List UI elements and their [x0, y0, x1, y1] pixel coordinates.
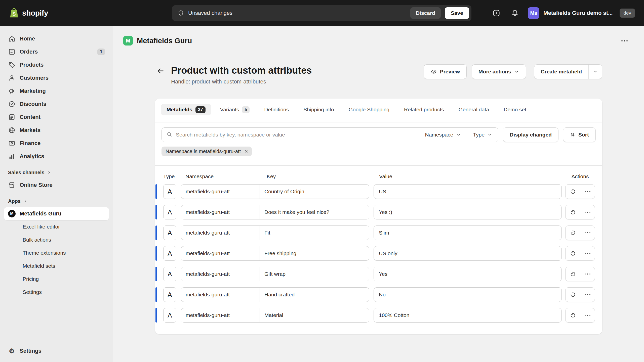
tab-shipping-info[interactable]: Shipping info [298, 104, 339, 115]
row-menu-button[interactable] [580, 288, 595, 302]
type-badge[interactable]: A [163, 184, 176, 199]
sidebar-item-metafields-guru[interactable]: M Metafields Guru [4, 207, 109, 220]
undo-button[interactable] [566, 205, 580, 219]
undo-button[interactable] [566, 226, 580, 240]
sidebar-item-orders[interactable]: Orders 1 [4, 45, 109, 58]
table-header: Type Namespace Key Value Actions [163, 173, 595, 180]
namespace-input[interactable] [181, 267, 260, 281]
sidebar-item-bulk-actions[interactable]: Bulk actions [4, 233, 109, 246]
marketing-icon [8, 87, 16, 95]
ellipsis-icon [621, 40, 628, 41]
key-input[interactable] [260, 205, 369, 219]
key-input[interactable] [260, 246, 369, 260]
key-input[interactable] [260, 226, 369, 240]
tab-metafields[interactable]: Metafields 37 [161, 104, 211, 115]
row-menu-button[interactable] [580, 246, 595, 260]
sidebar-item-pricing[interactable]: Pricing [4, 273, 109, 286]
namespace-input[interactable] [181, 288, 260, 302]
discard-button[interactable]: Discard [410, 7, 441, 19]
shopify-logo[interactable]: S shopify [9, 8, 172, 19]
sidebar-item-markets[interactable]: Markets [4, 124, 109, 137]
sidebar-item-theme-extensions[interactable]: Theme extensions [4, 246, 109, 259]
namespace-input[interactable] [181, 246, 260, 260]
key-input[interactable] [260, 288, 369, 302]
account-menu[interactable]: Ms Metafields Guru demo st... [528, 7, 613, 19]
sidebar-item-marketing[interactable]: Marketing [4, 84, 109, 98]
type-filter-dropdown[interactable]: Type [467, 128, 498, 142]
sales-channels-header[interactable]: Sales channels [4, 166, 109, 178]
type-badge[interactable]: A [163, 308, 176, 323]
undo-button[interactable] [566, 288, 580, 302]
tab-google-shopping[interactable]: Google Shopping [343, 104, 395, 115]
type-badge[interactable]: A [163, 287, 176, 302]
chevron-down-icon [488, 132, 492, 137]
namespace-filter-dropdown[interactable]: Namespace [419, 128, 467, 142]
preview-button[interactable]: Preview [424, 64, 467, 79]
undo-button[interactable] [566, 267, 580, 281]
sort-button[interactable]: Sort [563, 127, 596, 142]
sidebar-item-customers[interactable]: Customers [4, 71, 109, 84]
main-content: M Metafields Guru Product with custom at… [113, 0, 644, 362]
sidekick-icon[interactable] [491, 7, 502, 19]
type-badge[interactable]: A [163, 246, 176, 261]
key-input[interactable] [260, 185, 369, 199]
value-input[interactable] [374, 225, 562, 240]
value-input[interactable] [374, 184, 562, 199]
namespace-filter-chip[interactable]: Namespace is metafields-guru-att [162, 147, 252, 156]
tab-variants[interactable]: Variants 5 [215, 104, 255, 115]
finance-icon [8, 140, 16, 147]
tab-general-data[interactable]: General data [453, 104, 495, 115]
sidebar-item-discounts[interactable]: Discounts [4, 98, 109, 111]
app-menu-button[interactable] [619, 35, 630, 46]
display-changed-button[interactable]: Display changed [503, 127, 558, 142]
sidebar-item-settings[interactable]: ⚙ Settings [4, 344, 109, 357]
sidebar-item-excel-like-editor[interactable]: Excel-like editor [4, 220, 109, 233]
undo-button[interactable] [566, 246, 580, 260]
remove-filter-icon[interactable] [243, 148, 250, 155]
tab-related-products[interactable]: Related products [398, 104, 450, 115]
namespace-input[interactable] [181, 205, 260, 219]
tab-definitions[interactable]: Definitions [259, 104, 294, 115]
create-metafield-button[interactable]: Create metafield [534, 65, 588, 79]
eye-icon [430, 68, 437, 75]
sidebar-item-metafield-sets[interactable]: Metafield sets [4, 259, 109, 273]
namespace-input[interactable] [181, 185, 260, 199]
metafields-search-input[interactable] [176, 132, 414, 138]
type-badge[interactable]: A [163, 267, 176, 281]
sidebar-item-finance[interactable]: Finance [4, 137, 109, 150]
undo-button[interactable] [566, 185, 580, 199]
changed-indicator [155, 205, 157, 219]
sidebar-item-app-settings[interactable]: Settings [4, 286, 109, 299]
apps-header[interactable]: Apps [4, 195, 109, 207]
value-input[interactable] [374, 308, 562, 323]
sidebar-item-products[interactable]: Products [4, 58, 109, 71]
type-badge[interactable]: A [163, 225, 176, 240]
namespace-input[interactable] [181, 308, 260, 322]
row-menu-button[interactable] [580, 267, 595, 281]
key-input[interactable] [260, 308, 369, 322]
value-input[interactable] [374, 246, 562, 261]
create-metafield-chevron-button[interactable] [588, 65, 602, 79]
namespace-input[interactable] [181, 226, 260, 240]
sidebar-item-content[interactable]: Content [4, 111, 109, 124]
key-input[interactable] [260, 267, 369, 281]
sidebar-item-online-store[interactable]: Online Store [4, 178, 109, 192]
back-button[interactable] [155, 65, 166, 76]
row-menu-button[interactable] [580, 226, 595, 240]
undo-button[interactable] [566, 308, 580, 322]
sidebar-item-home[interactable]: Home [4, 32, 109, 45]
row-menu-button[interactable] [580, 308, 595, 322]
tab-bar: Metafields 37 Variants 5 Definitions Shi… [155, 99, 602, 122]
row-actions [565, 246, 595, 261]
sidebar-item-analytics[interactable]: Analytics [4, 150, 109, 163]
value-input[interactable] [374, 287, 562, 302]
more-actions-button[interactable]: More actions [472, 64, 526, 79]
save-button[interactable]: Save [445, 7, 469, 19]
type-badge[interactable]: A [163, 205, 176, 219]
tab-demo-set[interactable]: Demo set [498, 104, 532, 115]
row-menu-button[interactable] [580, 205, 595, 219]
notifications-icon[interactable] [509, 7, 521, 19]
value-input[interactable] [374, 267, 562, 281]
row-menu-button[interactable] [580, 185, 595, 199]
value-input[interactable] [374, 205, 562, 219]
